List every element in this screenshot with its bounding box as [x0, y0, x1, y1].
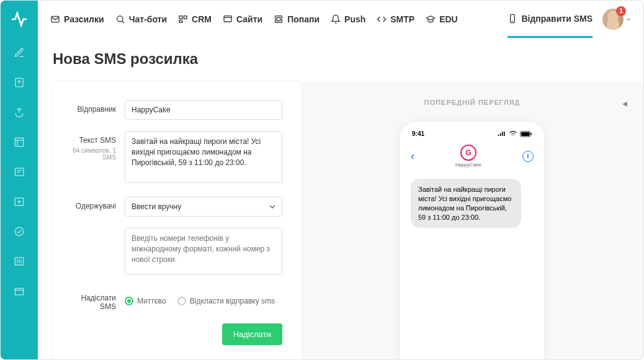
svg-point-9 — [117, 16, 122, 21]
nav-crm[interactable]: CRM — [178, 1, 212, 38]
svg-rect-14 — [275, 16, 282, 22]
sms-text-input[interactable]: Завітай на найкращі пироги міста! Усі ви… — [125, 131, 282, 183]
svg-rect-7 — [15, 289, 24, 295]
phone-preview: 9:41 ‹ G HappyCake — [399, 121, 545, 360]
collapse-caret-icon[interactable]: ◂ — [622, 97, 627, 109]
svg-rect-10 — [179, 16, 182, 19]
send-button[interactable]: Надіслати — [222, 323, 282, 345]
nav-sites[interactable]: Сайти — [223, 1, 262, 38]
nav-push[interactable]: Push — [331, 1, 365, 38]
status-icons — [498, 131, 532, 137]
sender-avatar-icon: G — [460, 145, 476, 161]
page-title: Нова SMS розсилка — [53, 50, 643, 68]
nav-mailings[interactable]: Разсилки — [50, 1, 104, 38]
chevron-down-icon — [269, 205, 275, 209]
recipients-label: Одержувачі — [65, 197, 125, 217]
svg-rect-18 — [521, 132, 529, 136]
book-icon[interactable] — [1, 68, 38, 97]
chevron-down-icon — [626, 17, 631, 22]
logo[interactable] — [1, 1, 38, 38]
sender-label: Відправник — [65, 100, 125, 120]
form-panel: Відправник Текст SMS64 символов, 1 SMS З… — [53, 81, 301, 360]
send-when-label: Надіслати SMS — [65, 289, 125, 311]
back-icon[interactable]: ‹ — [411, 150, 414, 163]
svg-rect-16 — [511, 14, 515, 22]
text-label: Текст SMS64 символов, 1 SMS — [65, 131, 125, 186]
nav-popups[interactable]: Попапи — [274, 1, 320, 38]
svg-point-5 — [15, 227, 24, 236]
user-menu[interactable]: 1 — [602, 9, 631, 30]
add-icon[interactable] — [1, 187, 38, 217]
nav-chatbots[interactable]: Чат-боти — [115, 1, 167, 38]
svg-rect-13 — [224, 16, 231, 21]
preview-panel: Попередній перегляд ◂ 9:41 ‹ — [301, 81, 643, 360]
upload-icon[interactable] — [1, 97, 38, 127]
recipients-select[interactable]: Ввести вручну — [125, 197, 282, 217]
sliders-icon[interactable] — [1, 246, 38, 276]
nav-smtp[interactable]: SMTP — [377, 1, 414, 38]
wallet-icon[interactable] — [1, 276, 38, 306]
svg-rect-19 — [531, 133, 532, 135]
radio-now[interactable]: Миттєво — [125, 297, 166, 305]
preview-title: Попередній перегляд — [424, 99, 521, 106]
radio-later[interactable]: Відкласти відправку sms — [177, 297, 275, 305]
info-icon[interactable]: i — [522, 151, 534, 162]
top-nav: Разсилки Чат-боти CRM Сайти Попапи Push … — [38, 1, 643, 38]
check-icon[interactable] — [1, 217, 38, 246]
status-time: 9:41 — [412, 130, 424, 137]
svg-point-1 — [19, 81, 20, 83]
message-bubble: Завітай на найкращі пироги міста! Усі ви… — [411, 179, 521, 228]
compose-icon[interactable] — [1, 38, 38, 68]
nav-edu[interactable]: EDU — [426, 1, 458, 38]
svg-rect-15 — [277, 17, 280, 20]
sender-name: HappyCake — [455, 162, 481, 168]
sidebar — [1, 1, 38, 359]
svg-rect-2 — [15, 138, 24, 146]
svg-rect-11 — [184, 16, 187, 19]
sender-input[interactable] — [125, 100, 282, 120]
svg-rect-12 — [179, 20, 182, 22]
template-icon[interactable] — [1, 127, 38, 157]
phones-input[interactable] — [125, 228, 282, 275]
notification-badge: 1 — [616, 6, 626, 16]
form-icon[interactable] — [1, 157, 38, 187]
nav-send-sms[interactable]: Відправити SMS — [508, 1, 593, 38]
